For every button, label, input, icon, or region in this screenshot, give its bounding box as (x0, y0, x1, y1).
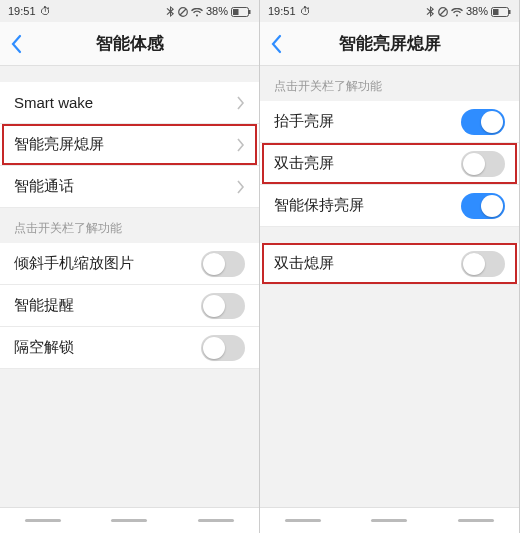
wifi-icon (451, 5, 463, 17)
row-tilt-zoom[interactable]: 倾斜手机缩放图片 (0, 243, 259, 285)
softkey-back[interactable] (198, 519, 234, 522)
battery-icon (491, 5, 511, 17)
nav-bar: 智能体感 (0, 22, 259, 66)
row-label: 隔空解锁 (14, 338, 201, 357)
row-double-tap-wake[interactable]: 双击亮屏 (260, 143, 519, 185)
status-alarm-icon: ⏱ (40, 5, 51, 17)
row-smart-remind[interactable]: 智能提醒 (0, 285, 259, 327)
softkey-back[interactable] (458, 519, 494, 522)
toggle-double-tap-wake[interactable] (461, 151, 505, 177)
row-label: 智能保持亮屏 (274, 196, 461, 215)
page-title: 智能亮屏熄屏 (339, 32, 441, 55)
row-label: 智能亮屏熄屏 (14, 135, 237, 154)
battery-pct: 38% (206, 5, 228, 17)
row-smart-wake[interactable]: Smart wake (0, 82, 259, 124)
row-label: Smart wake (14, 94, 237, 111)
softkey-home[interactable] (371, 519, 407, 522)
content-right: 点击开关栏了解功能 抬手亮屏 双击亮屏 智能保持亮屏 双击熄屏 (260, 66, 519, 507)
toggle-air-unlock[interactable] (201, 335, 245, 361)
row-label: 双击亮屏 (274, 154, 461, 173)
toggle-double-tap-sleep[interactable] (461, 251, 505, 277)
status-bar: 19:51 ⏱ 38% (260, 0, 519, 22)
status-time: 19:51 (268, 5, 296, 17)
row-double-tap-sleep[interactable]: 双击熄屏 (260, 243, 519, 285)
row-label: 智能通话 (14, 177, 237, 196)
softkeys (0, 507, 259, 533)
chevron-right-icon (237, 138, 245, 152)
row-label: 智能提醒 (14, 296, 201, 315)
softkey-recent[interactable] (25, 519, 61, 522)
svg-rect-3 (233, 9, 239, 15)
row-smart-stay[interactable]: 智能保持亮屏 (260, 185, 519, 227)
content-left: Smart wake 智能亮屏熄屏 智能通话 点击开关栏了解功能 倾斜手机缩放图… (0, 66, 259, 507)
back-button[interactable] (10, 34, 22, 54)
row-smart-screen[interactable]: 智能亮屏熄屏 (0, 124, 259, 166)
status-bar: 19:51 ⏱ 38% (0, 0, 259, 22)
page-title: 智能体感 (96, 32, 164, 55)
section-header: 点击开关栏了解功能 (0, 208, 259, 243)
chevron-right-icon (237, 96, 245, 110)
toggle-smart-remind[interactable] (201, 293, 245, 319)
row-label: 倾斜手机缩放图片 (14, 254, 201, 273)
softkey-home[interactable] (111, 519, 147, 522)
row-air-unlock[interactable]: 隔空解锁 (0, 327, 259, 369)
chevron-right-icon (237, 180, 245, 194)
row-label: 双击熄屏 (274, 254, 461, 273)
phone-right: 19:51 ⏱ 38% 智能亮屏熄屏 点击开关栏了解功能 抬 (260, 0, 520, 533)
phone-left: 19:51 ⏱ 38% 智能体感 Smart wake (0, 0, 260, 533)
status-time: 19:51 (8, 5, 36, 17)
svg-rect-4 (249, 10, 251, 14)
row-raise-wake[interactable]: 抬手亮屏 (260, 101, 519, 143)
battery-icon (231, 5, 251, 17)
dnd-icon (438, 5, 448, 17)
toggle-tilt-zoom[interactable] (201, 251, 245, 277)
battery-pct: 38% (466, 5, 488, 17)
bluetooth-icon (166, 5, 175, 18)
wifi-icon (191, 5, 203, 17)
toggle-smart-stay[interactable] (461, 193, 505, 219)
svg-line-6 (440, 9, 446, 15)
dnd-icon (178, 5, 188, 17)
nav-bar: 智能亮屏熄屏 (260, 22, 519, 66)
row-smart-call[interactable]: 智能通话 (0, 166, 259, 208)
softkey-recent[interactable] (285, 519, 321, 522)
svg-line-1 (180, 9, 186, 15)
svg-rect-9 (509, 10, 511, 14)
row-label: 抬手亮屏 (274, 112, 461, 131)
softkeys (260, 507, 519, 533)
svg-rect-8 (493, 9, 499, 15)
toggle-raise-wake[interactable] (461, 109, 505, 135)
section-header: 点击开关栏了解功能 (260, 66, 519, 101)
bluetooth-icon (426, 5, 435, 18)
back-button[interactable] (270, 34, 282, 54)
status-alarm-icon: ⏱ (300, 5, 311, 17)
